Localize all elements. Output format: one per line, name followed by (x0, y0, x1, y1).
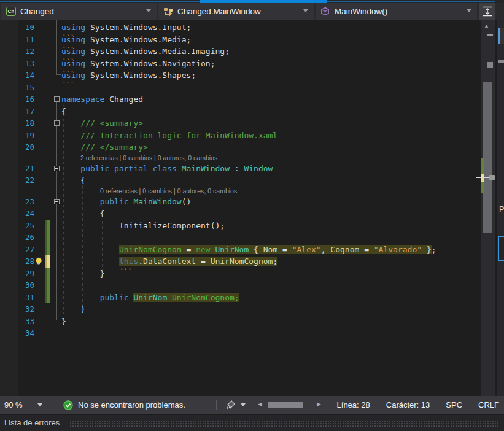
token: /// </summary> (61, 142, 148, 152)
code-text[interactable]: InitializeComponent(); (61, 220, 225, 232)
code-text[interactable]: using System.Windows.Media.Imaging; (61, 45, 230, 58)
token: { (61, 176, 85, 185)
token: , (321, 245, 331, 254)
divider (216, 400, 217, 410)
caret-position-knob[interactable] (489, 175, 495, 180)
code-line[interactable]: 29 } (0, 268, 481, 280)
split-editor-button[interactable] (479, 3, 495, 20)
token: } (61, 305, 85, 314)
vertical-scrollbar[interactable]: ▲ (481, 20, 494, 396)
code-line[interactable]: 21 public partial class MainWindow : Win… (0, 163, 481, 175)
code-text[interactable]: public MainWindow() (61, 196, 191, 208)
spaces-indicator[interactable]: SPC (446, 400, 462, 410)
code-text[interactable]: { (61, 174, 85, 187)
line-ending-indicator[interactable]: CRLF (478, 400, 499, 410)
scrollbar-up-arrow-icon[interactable]: ▲ (484, 23, 489, 29)
code-line[interactable]: 23 public MainWindow() (0, 196, 481, 208)
codelens-row[interactable]: 0 referencias | 0 cambios | 0 autores, 0… (0, 187, 481, 196)
document-health-indicator[interactable]: No se encontraron problemas. (63, 396, 185, 414)
code-text[interactable]: /// </summary> (61, 141, 148, 153)
code-text[interactable]: { (61, 106, 66, 118)
code-line[interactable]: 19 /// Interaction logic for MainWindow.… (0, 130, 481, 142)
code-line[interactable]: 15 (0, 82, 481, 94)
horizontal-scrollbar[interactable]: ◄ ► (257, 396, 324, 414)
token (61, 164, 80, 173)
fold-collapse-box[interactable] (54, 199, 60, 204)
scroll-left-arrow-icon[interactable]: ◄ (257, 400, 263, 408)
code-line[interactable]: 18 /// <summary> (0, 117, 481, 130)
fold-collapse-box[interactable] (54, 96, 60, 102)
codelens-text[interactable]: 2 referencias | 0 cambios | 0 autores, 0… (80, 154, 217, 161)
token: using (61, 59, 85, 68)
codelens-row[interactable]: 2 referencias | 0 cambios | 0 autores, 0… (0, 153, 481, 163)
line-number: 16 (0, 93, 34, 106)
chevron-down-icon (467, 9, 471, 12)
token: = (359, 245, 373, 254)
code-line[interactable]: 32 } (0, 303, 481, 316)
code-line[interactable]: 17{ (0, 106, 481, 118)
code-line[interactable]: 20 /// </summary> (0, 141, 481, 153)
lightbulb-icon[interactable] (34, 257, 43, 266)
scrollbar-thumb[interactable] (483, 82, 492, 233)
code-text[interactable]: { (61, 208, 104, 220)
token: Changed (104, 95, 143, 104)
column-indicator[interactable]: Carácter: 13 (386, 400, 430, 410)
line-number: 29 (0, 268, 34, 280)
scroll-right-arrow-icon[interactable]: ► (316, 400, 322, 408)
codelens-text[interactable]: 0 referencias | 0 cambios | 0 autores, 0… (100, 187, 237, 195)
token: using (61, 71, 85, 80)
type-dropdown[interactable]: Changed.MainWindow (158, 3, 314, 20)
chevron-down-icon (37, 403, 42, 406)
project-dropdown[interactable]: C# Changed (1, 3, 157, 20)
code-line[interactable]: 30 (0, 279, 481, 292)
code-line[interactable]: 10using System.Windows.Input; (0, 21, 481, 34)
code-cleanup-button[interactable] (225, 398, 252, 411)
code-text[interactable]: namespace Changed (61, 93, 143, 106)
line-indicator[interactable]: Línea: 28 (337, 400, 370, 410)
code-line[interactable]: 12using System.Windows.Media.Imaging; (0, 45, 481, 58)
token: /// <summary> (61, 118, 143, 128)
code-text[interactable]: this.DataContext = UnirNomCognom; (61, 255, 277, 268)
line-number: 26 (0, 231, 34, 244)
change-annotation-yellow (481, 174, 484, 182)
fold-collapse-box[interactable] (54, 166, 60, 171)
code-line[interactable]: 27 UnirNomCognom = new UnirNom { Nom = "… (0, 244, 481, 256)
zoom-dropdown[interactable]: 90 % (0, 396, 50, 414)
code-line[interactable]: 31 public UnirNom UnirNomCognom; (0, 292, 481, 304)
code-line[interactable]: 25 InitializeComponent(); (0, 220, 481, 232)
code-line[interactable]: 13using System.Windows.Navigation; (0, 58, 481, 70)
code-text[interactable]: UnirNomCognom = new UnirNom { Nom = "Ale… (61, 244, 436, 256)
code-text[interactable]: public partial class MainWindow : Window (61, 163, 273, 175)
code-line[interactable]: 22 { (0, 174, 481, 187)
code-text[interactable]: /// <summary> (61, 117, 143, 130)
code-editor[interactable]: 10using System.Windows.Input;11using Sys… (0, 20, 481, 396)
code-text[interactable]: using System.Windows.Navigation; (61, 58, 215, 70)
editor-status-bar: 90 % No se encontraron problemas. ◄ ► Lí… (0, 396, 504, 414)
code-line[interactable]: 24 { (0, 208, 481, 220)
saved-change-bar (45, 231, 50, 244)
code-line[interactable]: 28 this.DataContext = UnirNomCognom; (0, 255, 481, 268)
horizontal-scrollbar-thumb[interactable] (268, 402, 303, 408)
code-text[interactable]: using System.Windows.Input; (61, 21, 191, 34)
code-text[interactable]: using System.Windows.Media; (61, 34, 191, 46)
fold-collapse-box[interactable] (54, 120, 60, 126)
token: this (119, 257, 138, 266)
code-text[interactable]: } (61, 268, 104, 280)
code-line[interactable]: 11using System.Windows.Media; (0, 34, 481, 46)
change-annotation-green (481, 158, 484, 174)
code-line[interactable]: 26 (0, 231, 481, 244)
member-dropdown[interactable]: MainWindow() (316, 3, 477, 20)
code-text[interactable]: } (61, 303, 85, 316)
code-line[interactable]: 16namespace Changed (0, 93, 481, 106)
code-line[interactable]: 14using System.Windows.Shapes; (0, 69, 481, 82)
token: using (61, 23, 85, 32)
code-text[interactable]: /// Interaction logic for MainWindow.xam… (61, 130, 277, 142)
code-text[interactable]: using System.Windows.Shapes; (61, 69, 196, 82)
error-list-title: Lista de errores (4, 418, 60, 427)
code-line[interactable]: 34 (0, 327, 481, 340)
token: () (182, 197, 192, 206)
error-list-panel[interactable]: Lista de errores (0, 414, 504, 431)
code-line[interactable]: 33} (0, 316, 481, 328)
code-text[interactable]: } (61, 316, 66, 328)
code-text[interactable]: public UnirNom UnirNomCognom; (61, 292, 239, 304)
